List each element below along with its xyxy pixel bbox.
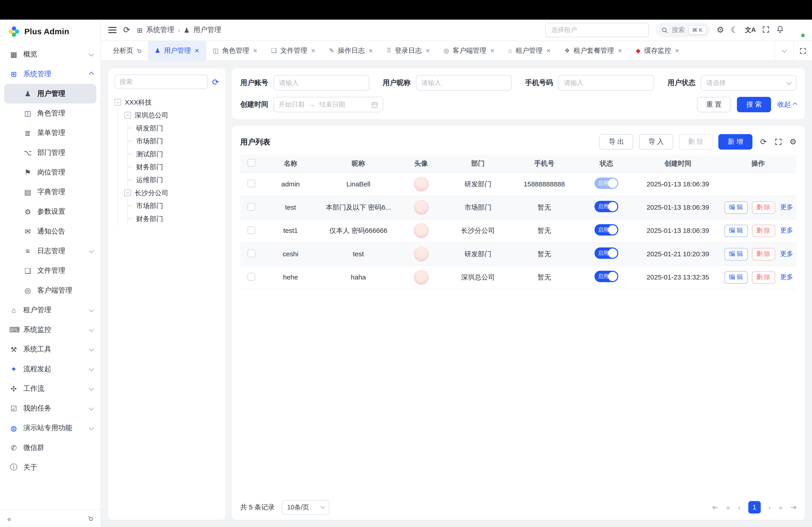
account-input[interactable] [273,75,369,91]
close-icon[interactable]: ✕ [194,47,199,54]
hamburger-menu-icon[interactable] [108,27,117,33]
sidebar-item-wechat-group[interactable]: ✆ 微信群 [0,438,100,457]
phone-input[interactable] [558,75,654,91]
sidebar-item-system-mgmt[interactable]: ⊞ 系统管理 [0,64,100,84]
tab-dropdown-button[interactable] [775,41,794,60]
export-button[interactable]: 导 出 [599,134,633,150]
tenant-select-input[interactable] [546,23,649,37]
row-checkbox[interactable] [247,202,255,210]
breadcrumb-system[interactable]: 系统管理 [146,26,174,35]
delete-row-button[interactable]: 删 除 [752,201,775,213]
close-icon[interactable]: ✕ [675,47,680,54]
collapse-filters-link[interactable]: 收起 [777,100,796,109]
sidebar-item-system-monitor[interactable]: ⌨ 系统监控 [0,320,100,340]
tab-operation-log[interactable]: ✎ 操作日志 ✕ [322,41,380,60]
tab-client-mgmt[interactable]: ◎ 客户端管理 ✕ [437,41,502,60]
status-toggle[interactable]: 启用 [595,271,619,282]
sidebar-item-role-mgmt[interactable]: ◫ 角色管理 [0,104,100,123]
next-page-button[interactable]: › [768,503,771,511]
fullscreen-icon[interactable] [763,26,770,34]
page-size-select[interactable]: 10条/页 [282,500,330,515]
tree-search-input[interactable] [114,75,207,89]
tab-analysis[interactable]: 分析页 ⚲ [106,41,148,60]
tab-tenant-plan-mgmt[interactable]: ❖ 租户套餐管理 ✕ [557,41,629,60]
reset-button[interactable]: 重 置 [697,97,731,112]
sidebar-item-tenant-mgmt[interactable]: ⌂ 租户管理 [0,300,100,320]
next-group-button[interactable]: » [779,503,783,511]
close-icon[interactable]: ✕ [253,47,258,54]
tree-node-ops-dept[interactable]: 运维部门 [134,174,219,186]
tab-tenant-mgmt[interactable]: ⌂ 租户管理 ✕ [502,41,557,60]
tree-node-shenzhen-hq[interactable]: − 深圳总公司 [124,109,219,121]
sidebar-item-dict-mgmt[interactable]: ▤ 字典管理 [0,182,100,202]
delete-row-button[interactable]: 删 除 [752,225,775,237]
refresh-icon[interactable]: ⟳ [123,26,130,34]
tab-login-log[interactable]: ⠿ 登录日志 ✕ [380,41,437,60]
close-icon[interactable]: ✕ [618,47,622,54]
table-refresh-icon[interactable]: ⟳ [760,137,767,147]
sidebar-item-about[interactable]: ⓘ 关于 [0,457,100,477]
add-button[interactable]: 新 增 [719,134,752,150]
row-checkbox[interactable] [247,226,255,234]
tab-fullscreen-button[interactable] [793,41,812,60]
edit-button[interactable]: 编 辑 [724,248,748,260]
bell-icon[interactable] [777,26,784,35]
tab-user-mgmt[interactable]: ♟ 用户管理 ✕ [148,41,206,60]
tab-cache-monitor[interactable]: ◆ 缓存监控 ✕ [629,41,686,60]
prev-page-button[interactable]: ‹ [738,503,740,511]
breadcrumb-user-mgmt[interactable]: 用户管理 [193,26,221,35]
table-fullscreen-icon[interactable] [774,138,782,146]
sidebar-item-post-mgmt[interactable]: ⚑ 岗位管理 [0,163,100,182]
sidebar-collapse-button[interactable]: « [7,514,11,523]
more-button[interactable]: 更多 [780,273,793,281]
sidebar-item-param-settings[interactable]: ⚙ 参数设置 [0,202,100,222]
sidebar-item-notice[interactable]: ✉ 通知公告 [0,222,100,241]
sidebar-item-client-mgmt[interactable]: ◎ 客户端管理 [0,281,100,300]
sidebar-item-my-tasks[interactable]: ☑ 我的任务 [0,398,100,418]
sidebar-item-demo-features[interactable]: ◍ 演示站专用功能 [0,418,100,438]
search-button[interactable]: 搜 索 [737,97,771,112]
tab-role-mgmt[interactable]: ◫ 角色管理 ✕ [206,41,264,60]
close-icon[interactable]: ✕ [546,47,551,54]
tree-refresh-icon[interactable]: ⟳ [212,77,219,87]
delete-row-button[interactable]: 删 除 [752,271,775,283]
close-icon[interactable]: ✕ [425,47,430,54]
edit-button[interactable]: 编 辑 [724,201,748,213]
delete-row-button[interactable]: 删 除 [752,248,775,260]
status-toggle[interactable]: 启用 [595,247,619,259]
collapse-box-icon[interactable]: − [114,99,121,106]
last-page-button[interactable]: ⇥ [791,503,796,511]
table-settings-icon[interactable]: ⚙ [789,137,796,147]
sidebar-item-log-mgmt[interactable]: ≡ 日志管理 [0,241,100,261]
current-page-button[interactable]: 1 [748,501,760,513]
sidebar-item-workflow[interactable]: ✣ 工作流 [0,379,100,398]
tree-node-root[interactable]: − XXX科技 [114,96,219,109]
row-checkbox[interactable] [247,179,255,187]
language-icon[interactable]: 文A [745,26,756,34]
status-toggle[interactable]: 启用 [595,201,619,212]
tree-node-finance-dept-2[interactable]: 财务部门 [134,212,219,225]
edit-button[interactable]: 编 辑 [724,225,748,237]
global-search[interactable]: 搜索 ⌘ K [656,23,710,37]
tree-node-finance-dept[interactable]: 财务部门 [134,161,219,174]
edit-button[interactable]: 编 辑 [724,271,748,283]
sidebar-item-overview[interactable]: ▦ 概览 [0,45,100,64]
tree-node-market-dept-2[interactable]: 市场部门 [134,199,219,212]
dark-mode-icon[interactable]: ☾ [731,26,738,34]
more-button[interactable]: 更多 [780,204,793,211]
select-all-checkbox[interactable] [247,159,255,166]
tree-node-market-dept[interactable]: 市场部门 [134,135,219,147]
nickname-input[interactable] [416,75,512,91]
status-toggle[interactable]: 启用 [595,224,619,236]
pin-icon[interactable]: ⚲ [135,47,143,55]
more-button[interactable]: 更多 [780,227,793,234]
prev-group-button[interactable]: « [726,503,730,511]
row-checkbox[interactable] [247,249,255,257]
sidebar-item-process-start[interactable]: ✦ 流程发起 [0,359,100,379]
sidebar-item-file-mgmt[interactable]: ❏ 文件管理 [0,261,100,281]
sidebar-item-dept-mgmt[interactable]: ⌥ 部门管理 [0,143,100,163]
close-icon[interactable]: ✕ [368,47,373,54]
tab-file-mgmt[interactable]: ❏ 文件管理 ✕ [264,41,322,60]
collapse-box-icon[interactable]: − [124,112,131,119]
status-select[interactable]: 请选择 [700,75,796,91]
